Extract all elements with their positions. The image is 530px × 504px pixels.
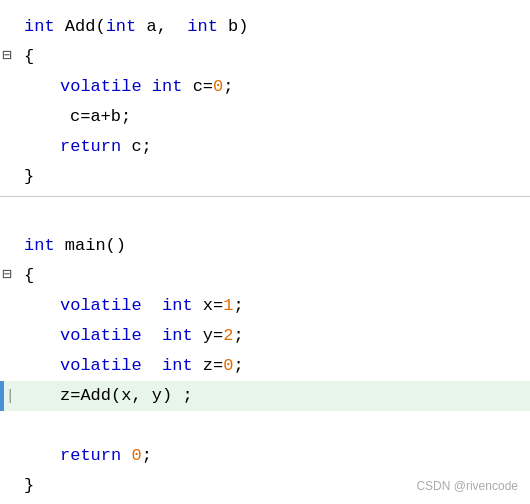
code-text-3: volatile int c=0; (10, 73, 233, 100)
code-line-14 (0, 411, 530, 441)
keyword-volatile-4: volatile (60, 356, 142, 375)
active-line-bar (0, 381, 4, 411)
num-0-3: 0 (131, 446, 141, 465)
keyword-return-1: return (60, 137, 121, 156)
line-marker-9: ⊟ (0, 263, 10, 289)
keyword-int-1: int (24, 17, 55, 36)
keyword-int-7: int (162, 326, 193, 345)
code-line-10: volatile int x=1; (0, 291, 530, 321)
code-text-15: return 0; (10, 442, 152, 469)
separator-1 (0, 196, 530, 197)
code-line-2: ⊟ { (0, 42, 530, 72)
code-line-13: | z=Add(x, y) ; (0, 381, 530, 411)
code-line-15: return 0; (0, 441, 530, 471)
code-line-4: c=a+b; (0, 102, 530, 132)
code-line-5: return c; (0, 132, 530, 162)
code-text-12: volatile int z=0; (10, 352, 244, 379)
code-line-12: volatile int z=0; (0, 351, 530, 381)
num-0-1: 0 (213, 77, 223, 96)
code-line-9: ⊟ { (0, 261, 530, 291)
code-text-4: c=a+b; (10, 103, 131, 130)
code-text-14 (10, 412, 34, 439)
code-text-1: int Add(int a, int b) (10, 13, 248, 40)
code-line-3: volatile int c=0; (0, 72, 530, 102)
code-text-13: z=Add(x, y) ; (10, 382, 193, 409)
code-line-8: int main() (0, 231, 530, 261)
code-text-2: { (10, 43, 34, 70)
line-marker-2: ⊟ (0, 44, 10, 70)
code-text-6: } (10, 163, 34, 190)
num-1: 1 (223, 296, 233, 315)
keyword-volatile-2: volatile (60, 296, 142, 315)
keyword-int-6: int (162, 296, 193, 315)
code-line-1: int Add(int a, int b) (0, 12, 530, 42)
code-text-7 (10, 202, 34, 229)
code-editor: int Add(int a, int b) ⊟ { volatile int c… (0, 0, 530, 504)
keyword-return-2: return (60, 446, 121, 465)
watermark: CSDN @rivencode (416, 477, 518, 496)
code-line-11: volatile int y=2; (0, 321, 530, 351)
code-text-5: return c; (10, 133, 152, 160)
keyword-int-4: int (152, 77, 183, 96)
keyword-int-2: int (106, 17, 137, 36)
keyword-int-3: int (187, 17, 218, 36)
code-text-10: volatile int x=1; (10, 292, 244, 319)
code-text-11: volatile int y=2; (10, 322, 244, 349)
keyword-volatile-3: volatile (60, 326, 142, 345)
code-line-6: } (0, 162, 530, 192)
keyword-int-5: int (24, 236, 55, 255)
keyword-int-8: int (162, 356, 193, 375)
code-text-9: { (10, 262, 34, 289)
code-text-16: } (10, 472, 34, 499)
num-2: 2 (223, 326, 233, 345)
code-text-8: int main() (10, 232, 126, 259)
keyword-volatile-1: volatile (60, 77, 142, 96)
code-line-7 (0, 201, 530, 231)
num-0-2: 0 (223, 356, 233, 375)
